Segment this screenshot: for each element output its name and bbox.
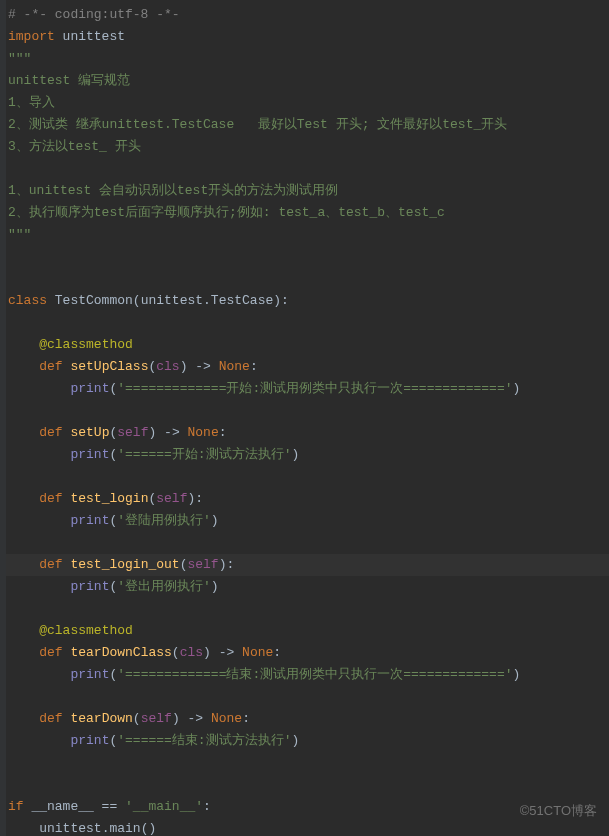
code-line[interactable]: class TestCommon(unittest.TestCase):	[6, 290, 609, 312]
code-token: None	[211, 711, 242, 726]
code-token: def	[39, 711, 70, 726]
code-line[interactable]	[6, 752, 609, 774]
code-token: print	[70, 447, 109, 462]
code-token: def	[39, 491, 70, 506]
code-token: tearDownClass	[70, 645, 171, 660]
code-line[interactable]	[6, 598, 609, 620]
code-token: :	[250, 359, 258, 374]
code-line[interactable]: def setUp(self) -> None:	[6, 422, 609, 444]
code-token: :	[219, 425, 227, 440]
code-token: print	[70, 381, 109, 396]
code-token: None	[219, 359, 250, 374]
code-token: ) ->	[203, 645, 242, 660]
code-token: self	[141, 711, 172, 726]
code-token: unittest.main()	[39, 821, 156, 836]
code-token: unittest	[63, 29, 125, 44]
code-token: None	[188, 425, 219, 440]
code-line[interactable]: 1、unittest 会自动识别以test开头的方法为测试用例	[6, 180, 609, 202]
code-token: (	[133, 711, 141, 726]
code-token: :	[242, 711, 250, 726]
code-line[interactable]: def test_login_out(self):	[6, 554, 609, 576]
code-token: class	[8, 293, 55, 308]
code-line[interactable]: print('登陆用例执行')	[6, 510, 609, 532]
code-token: '=============结束:测试用例类中只执行一次============…	[117, 667, 512, 682]
code-token: '======结束:测试方法执行'	[117, 733, 291, 748]
code-token: :	[203, 799, 211, 814]
code-line[interactable]: @classmethod	[6, 620, 609, 642]
code-line[interactable]	[6, 686, 609, 708]
code-line[interactable]: 2、执行顺序为test后面字母顺序执行;例如: test_a、test_b、te…	[6, 202, 609, 224]
code-token: print	[70, 733, 109, 748]
code-line[interactable]: print('======开始:测试方法执行')	[6, 444, 609, 466]
code-line[interactable]	[6, 246, 609, 268]
code-editor[interactable]: # -*- coding:utf-8 -*-import unittest"""…	[6, 0, 609, 836]
code-token: TestCommon(unittest.TestCase):	[55, 293, 289, 308]
code-token: cls	[180, 645, 203, 660]
code-token: ):	[219, 557, 235, 572]
code-line[interactable]: def tearDownClass(cls) -> None:	[6, 642, 609, 664]
code-token: def	[39, 359, 70, 374]
code-token: @classmethod	[39, 337, 133, 352]
code-line[interactable]	[6, 466, 609, 488]
code-token: print	[70, 579, 109, 594]
code-token: print	[70, 667, 109, 682]
code-token: '=============开始:测试用例类中只执行一次============…	[117, 381, 512, 396]
code-token: ) ->	[172, 711, 211, 726]
code-token: @classmethod	[39, 623, 133, 638]
code-token: )	[513, 667, 521, 682]
code-line[interactable]: unittest 编写规范	[6, 70, 609, 92]
code-token: '登陆用例执行'	[117, 513, 211, 528]
code-token: ):	[187, 491, 203, 506]
code-token: def	[39, 425, 70, 440]
code-token: :	[273, 645, 281, 660]
code-token: '======开始:测试方法执行'	[117, 447, 291, 462]
code-line[interactable]	[6, 268, 609, 290]
code-token: )	[211, 513, 219, 528]
code-line[interactable]: print('=============开始:测试用例类中只执行一次======…	[6, 378, 609, 400]
code-line[interactable]	[6, 312, 609, 334]
code-line[interactable]	[6, 158, 609, 180]
code-line[interactable]: print('======结束:测试方法执行')	[6, 730, 609, 752]
code-line[interactable]: def test_login(self):	[6, 488, 609, 510]
code-line[interactable]	[6, 774, 609, 796]
code-line[interactable]: 1、导入	[6, 92, 609, 114]
code-token: ) ->	[180, 359, 219, 374]
code-token: self	[117, 425, 148, 440]
code-token: 2、执行顺序为test后面字母顺序执行;例如: test_a、test_b、te…	[8, 205, 445, 220]
code-line[interactable]: # -*- coding:utf-8 -*-	[6, 4, 609, 26]
code-token: unittest 编写规范	[8, 73, 130, 88]
code-token: )	[291, 733, 299, 748]
code-line[interactable]	[6, 400, 609, 422]
code-line[interactable]: 2、测试类 继承unittest.TestCase 最好以Test 开头; 文件…	[6, 114, 609, 136]
code-token: """	[8, 227, 31, 242]
code-token: def	[39, 557, 70, 572]
code-token: tearDown	[70, 711, 132, 726]
code-line[interactable]: """	[6, 48, 609, 70]
code-token: 1、导入	[8, 95, 55, 110]
code-token: ) ->	[148, 425, 187, 440]
code-line[interactable]	[6, 532, 609, 554]
code-token: )	[211, 579, 219, 594]
code-token: setUpClass	[70, 359, 148, 374]
code-token: self	[187, 557, 218, 572]
code-line[interactable]: @classmethod	[6, 334, 609, 356]
code-token: cls	[156, 359, 179, 374]
code-token: )	[513, 381, 521, 396]
code-line[interactable]: """	[6, 224, 609, 246]
code-line[interactable]: import unittest	[6, 26, 609, 48]
code-line[interactable]: 3、方法以test_ 开头	[6, 136, 609, 158]
code-token: None	[242, 645, 273, 660]
code-token: # -*- coding:utf-8 -*-	[8, 7, 180, 22]
code-token: 2、测试类 继承unittest.TestCase 最好以Test 开头; 文件…	[8, 117, 507, 132]
code-line[interactable]: if __name__ == '__main__':	[6, 796, 609, 818]
code-line[interactable]: def tearDown(self) -> None:	[6, 708, 609, 730]
code-line[interactable]: def setUpClass(cls) -> None:	[6, 356, 609, 378]
code-token: )	[291, 447, 299, 462]
code-line[interactable]: print('=============结束:测试用例类中只执行一次======…	[6, 664, 609, 686]
code-token: print	[70, 513, 109, 528]
code-token: '登出用例执行'	[117, 579, 211, 594]
code-token: self	[156, 491, 187, 506]
code-line[interactable]: unittest.main()	[6, 818, 609, 836]
code-line[interactable]: print('登出用例执行')	[6, 576, 609, 598]
code-token: def	[39, 645, 70, 660]
